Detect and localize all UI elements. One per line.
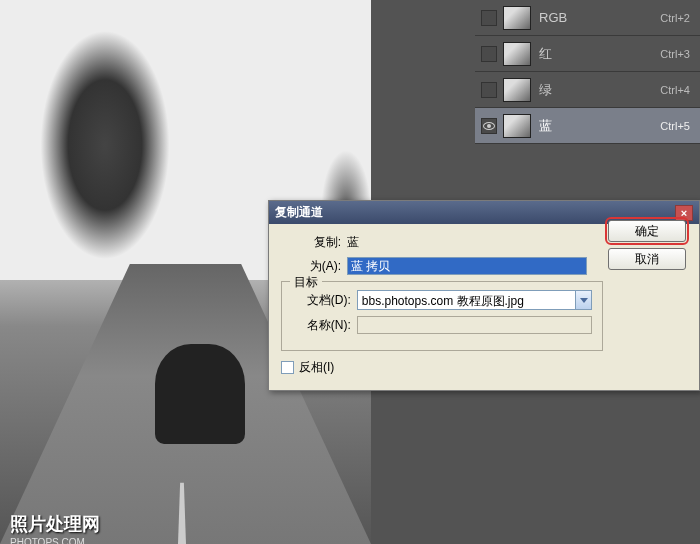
visibility-toggle[interactable] xyxy=(481,118,497,134)
close-icon[interactable]: × xyxy=(675,205,693,221)
cancel-button[interactable]: 取消 xyxy=(608,248,686,270)
channel-red[interactable]: 红 Ctrl+3 xyxy=(475,36,700,72)
watermark-url: PHOTOPS.COM xyxy=(10,537,85,544)
watermark-text: 照片处理网 xyxy=(10,512,100,536)
name-input-disabled xyxy=(357,316,592,334)
photo-subject xyxy=(155,344,245,444)
channel-thumbnail xyxy=(503,78,531,102)
chevron-down-icon xyxy=(580,298,588,303)
target-legend: 目标 xyxy=(290,274,322,291)
dialog-button-column: 确定 取消 xyxy=(608,220,700,276)
dropdown-button[interactable] xyxy=(575,291,591,309)
channel-label: 红 xyxy=(539,45,660,63)
duplicate-value: 蓝 xyxy=(347,234,359,251)
channel-blue[interactable]: 蓝 Ctrl+5 xyxy=(475,108,700,144)
as-input[interactable] xyxy=(347,257,587,275)
channel-shortcut: Ctrl+2 xyxy=(660,12,690,24)
invert-label: 反相(I) xyxy=(299,359,334,376)
photo-tree xyxy=(40,30,170,260)
channel-shortcut: Ctrl+4 xyxy=(660,84,690,96)
visibility-toggle[interactable] xyxy=(481,82,497,98)
channel-shortcut: Ctrl+5 xyxy=(660,120,690,132)
channel-thumbnail xyxy=(503,114,531,138)
name-label: 名称(N): xyxy=(292,317,351,334)
document-dropdown[interactable]: bbs.photops.com 教程原图.jpg xyxy=(357,290,592,310)
document-value: bbs.photops.com 教程原图.jpg xyxy=(358,291,575,309)
channel-label: 绿 xyxy=(539,81,660,99)
as-label: 为(A): xyxy=(281,258,341,275)
eye-icon xyxy=(483,122,495,130)
channel-label: 蓝 xyxy=(539,117,660,135)
duplicate-label: 复制: xyxy=(281,234,341,251)
channel-label: RGB xyxy=(539,10,660,25)
document-label: 文档(D): xyxy=(292,292,351,309)
channel-thumbnail xyxy=(503,42,531,66)
visibility-toggle[interactable] xyxy=(481,10,497,26)
channel-green[interactable]: 绿 Ctrl+4 xyxy=(475,72,700,108)
channels-panel: RGB Ctrl+2 红 Ctrl+3 绿 Ctrl+4 蓝 Ctrl+5 xyxy=(475,0,700,144)
invert-checkbox[interactable] xyxy=(281,361,294,374)
visibility-toggle[interactable] xyxy=(481,46,497,62)
channel-rgb[interactable]: RGB Ctrl+2 xyxy=(475,0,700,36)
ok-button[interactable]: 确定 xyxy=(608,220,686,242)
dialog-title-text: 复制通道 xyxy=(275,204,323,221)
target-fieldset: 目标 文档(D): bbs.photops.com 教程原图.jpg 名称(N)… xyxy=(281,281,603,351)
channel-thumbnail xyxy=(503,6,531,30)
channel-shortcut: Ctrl+3 xyxy=(660,48,690,60)
